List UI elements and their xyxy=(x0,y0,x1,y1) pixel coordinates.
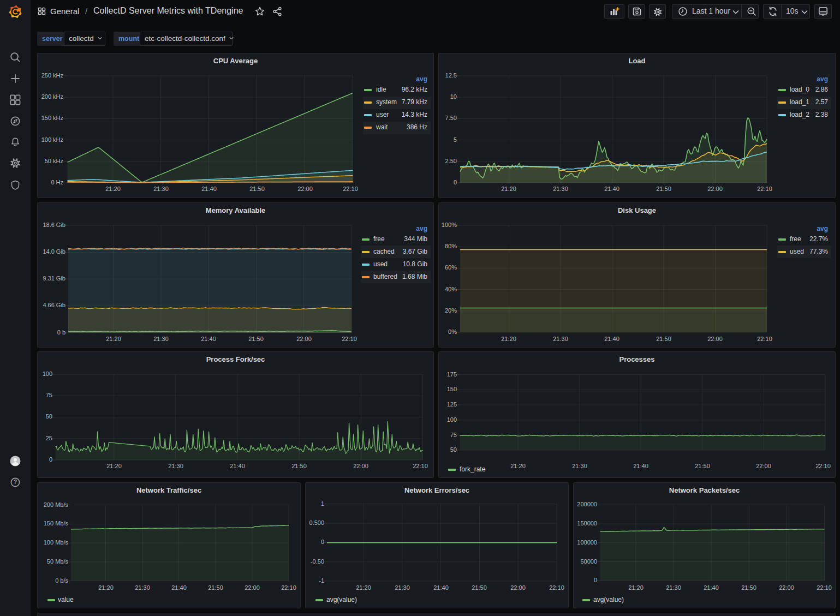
svg-text:?: ? xyxy=(14,479,17,485)
